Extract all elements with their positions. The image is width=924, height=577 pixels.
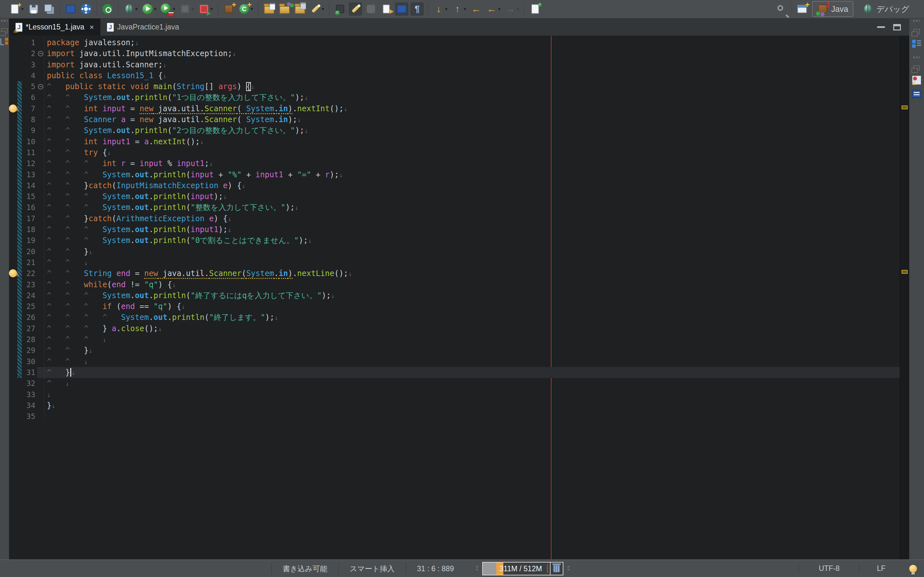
code-line[interactable]: 30^ ^ ↓ <box>9 356 900 367</box>
code-text[interactable]: ^ ^ ^ int r = input % input1;↓ <box>44 158 900 169</box>
code-text[interactable]: ^ ^ ^ ^ System.out.println("終了します。");↓ <box>44 312 900 323</box>
code-line[interactable]: 32^ ↓ <box>9 378 900 389</box>
run-garbage-collector-button[interactable] <box>550 562 563 575</box>
drag-handle-icon[interactable] <box>1 20 8 22</box>
restore-view-icon[interactable] <box>1 28 8 33</box>
code-area[interactable]: 1package javalesson;↓2−import java.util.… <box>9 36 900 559</box>
format-source-button[interactable] <box>380 3 393 15</box>
line-number[interactable]: 17 <box>22 213 37 224</box>
line-number[interactable]: 4 <box>22 70 37 81</box>
line-number[interactable]: 30 <box>22 356 37 367</box>
code-line[interactable]: 21^ ^ ↓ <box>9 257 900 268</box>
snapshot-button[interactable] <box>334 3 347 15</box>
heap-status-widget[interactable]: 311M / 512M <box>475 562 572 575</box>
warning-bulb-icon[interactable] <box>9 268 17 279</box>
code-line[interactable]: 15^ ^ ^ System.out.println(input);↓ <box>9 191 900 202</box>
fold-collapse-icon[interactable]: − <box>37 81 44 92</box>
outline-view-icon[interactable] <box>912 39 921 48</box>
code-line[interactable]: 20^ ^ }↓ <box>9 246 900 257</box>
code-line[interactable]: 23^ ^ while(end != "q") {↓ <box>9 279 900 290</box>
dropdown-arrow-icon[interactable]: ▾ <box>322 6 325 12</box>
code-line[interactable]: 1package javalesson;↓ <box>9 37 900 48</box>
code-line[interactable]: 25^ ^ ^ if (end == "q") {↓ <box>9 301 900 312</box>
dropdown-arrow-icon[interactable]: ▾ <box>464 6 467 12</box>
line-number[interactable]: 2 <box>22 48 37 59</box>
open-resource-button[interactable] <box>263 3 276 15</box>
run-button[interactable]: ▾ <box>141 3 158 15</box>
code-line[interactable]: 16^ ^ ^ System.out.println("整数を入力して下さい。"… <box>9 202 900 213</box>
code-text[interactable]: ^ ^ ↓ <box>44 356 900 367</box>
code-text[interactable]: ^ ^ ^ ↓ <box>44 334 900 345</box>
code-text[interactable]: ^ ^ ^ System.out.println(input1);↓ <box>44 224 900 235</box>
line-number[interactable]: 14 <box>22 180 37 191</box>
lightbulb-icon[interactable] <box>909 565 917 572</box>
code-text[interactable]: ^ ^ int input1 = a.nextInt();↓ <box>44 136 900 147</box>
open-perspective-button[interactable] <box>796 3 808 15</box>
line-number[interactable]: 7 <box>22 103 37 114</box>
open-type-button[interactable] <box>278 3 291 15</box>
line-number[interactable]: 19 <box>22 235 37 246</box>
save-all-button[interactable] <box>43 3 55 15</box>
coverage-button[interactable]: ▾ <box>198 3 214 15</box>
problems-view-icon[interactable] <box>912 76 921 85</box>
code-text[interactable]: ^ ^ int input = new java.util.Scanner( S… <box>44 103 900 114</box>
mark-occurrences-toggle[interactable] <box>349 3 362 15</box>
fold-collapse-icon[interactable]: − <box>37 48 44 59</box>
line-number[interactable]: 16 <box>22 202 37 213</box>
code-line[interactable]: 9^ ^ System.out.println("2つ目の整数を入力して下さい。… <box>9 125 900 136</box>
code-text[interactable]: ^ ^ }↓ <box>44 345 900 356</box>
pin-editor-toggle[interactable] <box>529 3 541 15</box>
code-line[interactable]: 31^ }↓ <box>9 367 900 378</box>
profile-button[interactable]: ▾ <box>179 3 195 15</box>
code-line[interactable]: 5−^ public static void main(String[] arg… <box>9 81 900 92</box>
code-line[interactable]: 18^ ^ ^ System.out.println(input1);↓ <box>9 224 900 235</box>
code-line[interactable]: 10^ ^ int input1 = a.nextInt();↓ <box>9 136 900 147</box>
code-line[interactable]: 34}↓ <box>9 400 900 411</box>
console-view-icon[interactable] <box>912 90 921 98</box>
code-line[interactable]: 6^ ^ System.out.println("1つ目の整数を入力して下さい。… <box>9 92 900 103</box>
dropdown-arrow-icon[interactable]: ▾ <box>173 6 176 12</box>
line-number[interactable]: 29 <box>22 345 37 356</box>
save-button[interactable] <box>27 3 40 15</box>
line-number[interactable]: 26 <box>22 312 37 323</box>
code-text[interactable]: }↓ <box>44 400 900 411</box>
restore-view-icon[interactable] <box>913 29 920 34</box>
line-number[interactable]: 23 <box>22 279 37 290</box>
code-text[interactable]: import java.util.InputMismatchException;… <box>44 48 900 59</box>
code-text[interactable]: ^ ^ ^ System.out.println("整数を入力して下さい。");… <box>44 202 900 213</box>
line-number[interactable]: 34 <box>22 400 37 411</box>
line-number[interactable]: 32 <box>22 378 37 389</box>
print-button[interactable] <box>64 3 77 15</box>
maximize-icon[interactable] <box>893 24 901 31</box>
line-number[interactable]: 11 <box>22 147 37 158</box>
forward-button[interactable]: →▾ <box>504 3 520 15</box>
code-text[interactable]: ^ ^ String end = new java.util.Scanner(S… <box>44 268 900 279</box>
code-text[interactable]: ^ ^ }↓ <box>44 246 900 257</box>
search-marker-button[interactable]: ▾ <box>309 3 325 15</box>
code-line[interactable]: 8^ ^ Scanner a = new java.util.Scanner( … <box>9 114 900 125</box>
line-number[interactable]: 28 <box>22 334 37 345</box>
dropdown-arrow-icon[interactable]: ▾ <box>136 6 138 12</box>
dropdown-arrow-icon[interactable]: ▾ <box>498 6 501 12</box>
line-number[interactable]: 9 <box>22 125 37 136</box>
drag-handle-icon[interactable] <box>913 20 920 22</box>
perspective-java-button[interactable]: Java <box>812 1 853 17</box>
code-text[interactable]: ^ ↓ <box>44 378 900 389</box>
run-external-tools-button[interactable]: ▾ <box>160 3 176 15</box>
code-text[interactable]: ^ ^ ^ if (end == "q") {↓ <box>44 301 900 312</box>
code-text[interactable]: ^ ^ ^ System.out.println(input + "%" + i… <box>44 169 900 180</box>
code-text[interactable]: ^ ^ ^ } a.close();↓ <box>44 323 900 334</box>
line-number[interactable]: 25 <box>22 301 37 312</box>
line-number[interactable]: 10 <box>22 136 37 147</box>
dropdown-arrow-icon[interactable]: ▾ <box>445 6 447 12</box>
code-text[interactable]: ^ ^ ^ System.out.println("0で割ることはできません。"… <box>44 235 900 246</box>
warning-bulb-icon[interactable] <box>9 103 17 114</box>
code-text[interactable]: ^ public static void main(String[] args)… <box>44 81 900 92</box>
package-explorer-icon[interactable] <box>0 38 9 46</box>
drag-handle-icon[interactable] <box>913 56 920 58</box>
code-line[interactable]: 19^ ^ ^ System.out.println("0で割ることはできません… <box>9 235 900 246</box>
warning-marker[interactable] <box>901 270 908 274</box>
code-text[interactable]: ^ ^ while(end != "q") {↓ <box>44 279 900 290</box>
restore-view-icon[interactable] <box>913 65 920 71</box>
line-number[interactable]: 13 <box>22 169 37 180</box>
